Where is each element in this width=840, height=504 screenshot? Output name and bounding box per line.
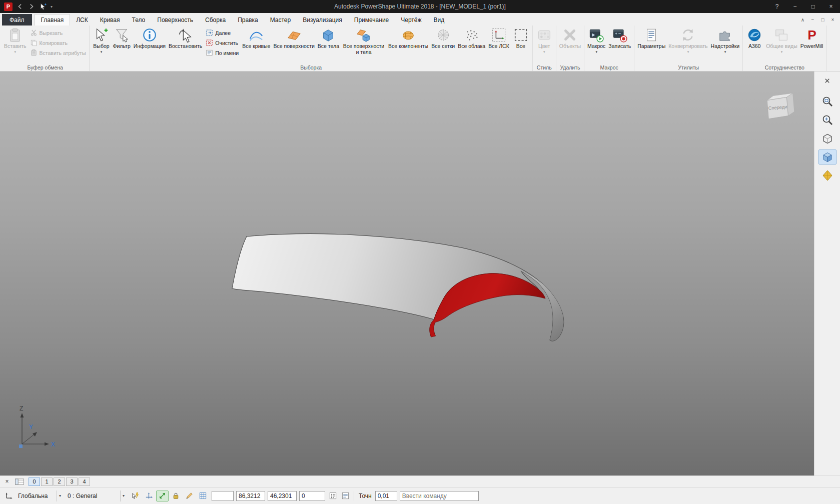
level-button[interactable]: 2 [54, 478, 65, 486]
wireframe-view-button[interactable] [818, 131, 836, 146]
level-button[interactable]: 3 [66, 478, 78, 486]
ribbon-button-label: Общие виды [766, 44, 797, 50]
level-button[interactable]: 0 [29, 478, 40, 486]
copy-button[interactable]: Копировать [29, 38, 87, 47]
level-select[interactable]: 0 : General ▾ [66, 490, 127, 502]
position-blank-field[interactable] [212, 491, 234, 501]
powermill-button[interactable]: PPowerMill [799, 26, 825, 50]
render-style-button[interactable] [818, 168, 836, 183]
tolerance-field[interactable] [375, 491, 397, 501]
command-input[interactable] [400, 491, 479, 501]
all-curves-button[interactable]: Все кривые [241, 26, 272, 50]
ribbon-button-label: Копировать [40, 40, 68, 46]
all-surfaces-solids-button[interactable]: Все поверхности и тела [341, 26, 387, 55]
ribbon-tab[interactable]: Правка [232, 14, 264, 26]
forward-icon[interactable] [28, 2, 36, 10]
zoom-window-button[interactable] [818, 94, 836, 109]
ribbon-group: Выбор▾ФильтрИнформацияВосстановитьДалееО… [90, 26, 532, 71]
relative-mode-button[interactable] [156, 490, 169, 502]
dropdown-arrow-icon: ▾ [101, 50, 103, 54]
record-button[interactable]: Записать [607, 26, 632, 50]
doc-restore-button[interactable]: □ [818, 16, 827, 24]
ribbon-tab[interactable]: Мастер [264, 14, 297, 26]
z-coordinate-field[interactable] [299, 491, 325, 501]
doc-minimize-button[interactable]: − [808, 16, 817, 24]
by-name-button[interactable]: По имени [205, 48, 240, 57]
shared-views-button[interactable]: Общие виды▾ [764, 26, 799, 54]
shaded-view-button[interactable] [818, 150, 836, 164]
zoom-button[interactable] [818, 112, 836, 128]
select-button[interactable]: Выбор▾ [91, 26, 111, 54]
all-wcs-button[interactable]: Все ЛСК [487, 26, 511, 50]
filter-button[interactable]: Фильтр [111, 26, 132, 50]
close-x-icon [823, 77, 831, 84]
ribbon-tab[interactable]: Чертёж [395, 14, 427, 26]
ribbon-tab[interactable]: ЛСК [70, 14, 94, 26]
ribbon-collapse-button[interactable]: ∧ [798, 16, 807, 24]
maximize-button[interactable]: □ [804, 0, 822, 13]
all-button[interactable]: Все [511, 26, 531, 50]
position-button[interactable] [143, 490, 155, 502]
paste-attributes-button[interactable]: Вставить атрибуты [29, 48, 87, 57]
info-button[interactable]: Информация [132, 26, 167, 50]
all-components-button[interactable]: Все компоненты [387, 26, 430, 50]
a360-button[interactable]: A360 [744, 26, 764, 50]
ribbon-group-title: Сотрудничество [743, 64, 826, 70]
clear-button[interactable]: Очистить [205, 38, 240, 47]
cursor-flash-icon [131, 492, 140, 500]
view-cube[interactable]: Спереди [764, 90, 798, 122]
viewport-canvas[interactable]: Спереди Z Y X [0, 72, 814, 476]
color-button[interactable]: Цвет▾ [534, 26, 554, 54]
parameters-button[interactable]: Параметры [636, 26, 667, 50]
back-icon[interactable] [16, 2, 24, 10]
ribbon-tab[interactable]: Примечание [348, 14, 395, 26]
quick-select-icon[interactable] [39, 2, 47, 10]
intelligent-cursor-button[interactable] [129, 490, 142, 502]
addins-button[interactable]: Надстройки▾ [709, 26, 741, 54]
ribbon-tab[interactable]: Вид [428, 14, 451, 26]
cut-icon [30, 29, 38, 36]
ribbon-tab[interactable]: Тело [126, 14, 152, 26]
app-logo-icon[interactable]: P [4, 2, 13, 11]
restore-button[interactable]: Восстановить [167, 26, 204, 50]
levels-close-icon[interactable]: × [4, 478, 11, 485]
ribbon-group: ПараметрыКонвертировать▾Надстройки▾Утили… [634, 26, 743, 71]
quick-access-customize-icon[interactable]: ▾ [51, 4, 53, 9]
levels-palette-button[interactable] [13, 478, 26, 486]
close-button[interactable]: × [822, 0, 840, 13]
tab-file[interactable]: Файл [2, 14, 32, 26]
keypad-button[interactable] [328, 491, 338, 501]
minimize-button[interactable]: − [786, 0, 804, 13]
ribbon-tab[interactable]: Главная [35, 14, 71, 26]
workplane-select[interactable]: Глобальна ▾ [16, 490, 63, 502]
item-appearance-button[interactable] [183, 490, 196, 502]
level-button[interactable]: 1 [41, 478, 53, 486]
cut-button[interactable]: Вырезать [29, 28, 87, 37]
main-area: Спереди Z Y X [0, 72, 840, 476]
next-button[interactable]: Далее [205, 28, 240, 37]
x-coordinate-field[interactable] [236, 491, 265, 501]
paste-button[interactable]: Вставить▾ [3, 26, 28, 54]
level-button[interactable]: 4 [79, 478, 90, 486]
ribbon-tab[interactable]: Поверхность [151, 14, 199, 26]
all-meshes-button[interactable]: Все сетки [430, 26, 456, 50]
y-coordinate-field[interactable] [268, 491, 297, 501]
ribbon-tab[interactable]: Визуализация [297, 14, 348, 26]
ribbon-tab[interactable]: Сборка [199, 14, 232, 26]
ribbon-group-title: Макрос [584, 64, 634, 70]
grid-button[interactable] [197, 490, 209, 502]
all-clouds-icon [464, 28, 479, 42]
help-button[interactable]: ? [768, 0, 786, 13]
lock-button[interactable] [170, 490, 182, 502]
dropdown-arrow-icon: ▾ [724, 50, 726, 54]
doc-close-button[interactable]: × [828, 16, 837, 24]
all-solids-button[interactable]: Все тела [316, 26, 341, 50]
convert-button[interactable]: Конвертировать▾ [667, 26, 709, 54]
ribbon-tab[interactable]: Кривая [94, 14, 126, 26]
all-surfaces-button[interactable]: Все поверхности [272, 26, 316, 50]
position-list-button[interactable] [340, 491, 350, 501]
viewport-close-button[interactable] [818, 76, 836, 86]
macro-button[interactable]: Макрос▾ [586, 26, 607, 54]
delete-objects-button[interactable]: Объекты [558, 26, 582, 50]
all-clouds-button[interactable]: Все облака [456, 26, 487, 50]
